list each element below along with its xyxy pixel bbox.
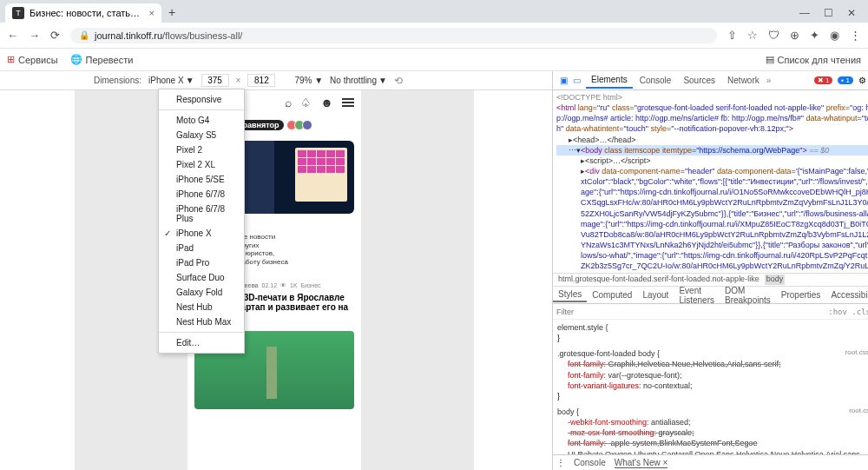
reading-list-button[interactable]: ▤ Список для чтения	[766, 54, 861, 65]
tab-styles[interactable]: Styles	[553, 288, 587, 302]
extensions-icon[interactable]: ✦	[810, 29, 819, 42]
drawer-tab-whatsnew[interactable]: What's New ×	[615, 458, 668, 468]
bookmark-icon[interactable]: ☆	[747, 29, 758, 42]
share-icon[interactable]: ⇧	[727, 29, 737, 42]
device-option[interactable]: Surface Duo	[159, 270, 244, 285]
bell-icon[interactable]: ♤	[300, 96, 312, 109]
rotate-icon[interactable]: ⟲	[394, 75, 403, 87]
device-option[interactable]: Galaxy S5	[159, 128, 244, 142]
drawer-menu-icon[interactable]: ⋮	[556, 458, 565, 467]
device-option[interactable]: Responsive	[159, 92, 244, 107]
device-option[interactable]: iPhone 6/7/8	[159, 187, 244, 202]
url-path: /flows/business-all/	[162, 30, 242, 41]
translate-bm[interactable]: 🌐 Перевести	[70, 54, 134, 65]
tab-accessibility[interactable]: Accessibility	[825, 288, 868, 301]
throttling-select[interactable]: No throttling ▼	[330, 76, 387, 85]
tab-console[interactable]: Console	[635, 73, 677, 88]
favicon: Т	[12, 7, 24, 19]
device-toolbar: Dimensions: iPhone X ▼ × 79% ▼ No thrott…	[0, 71, 552, 90]
device-toggle-icon[interactable]: ▭	[573, 76, 581, 85]
device-option[interactable]: Edit…	[159, 335, 244, 350]
minimize-icon[interactable]: —	[799, 7, 810, 19]
url-input[interactable]: 🔒 journal.tinkoff.ru/flows/business-all/	[70, 28, 717, 43]
error-count[interactable]: ✖ 1	[814, 76, 833, 84]
profile-icon[interactable]: ◉	[830, 29, 839, 42]
new-tab-button[interactable]: +	[161, 2, 182, 23]
device-option[interactable]: Nest Hub	[159, 300, 244, 314]
device-option[interactable]: iPhone X	[159, 226, 244, 241]
width-input[interactable]	[201, 74, 229, 87]
reload-button[interactable]: ⟳	[50, 29, 60, 42]
window-controls: — ☐ ✕	[792, 7, 863, 23]
maximize-icon[interactable]: ☐	[824, 7, 833, 19]
device-option[interactable]: iPad Pro	[159, 255, 244, 270]
tabs-more-icon[interactable]: »	[766, 76, 772, 85]
url-host: journal.tinkoff.ru	[95, 30, 162, 41]
dimensions-label: Dimensions:	[94, 76, 141, 85]
translate-ext-icon[interactable]: ⊕	[790, 29, 799, 42]
tab-network[interactable]: Network	[722, 73, 765, 88]
address-bar: ← → ⟳ 🔒 journal.tinkoff.ru/flows/busines…	[0, 23, 868, 49]
styles-filter-input[interactable]	[556, 308, 828, 316]
inspect-icon[interactable]: ▣	[560, 76, 568, 85]
device-option[interactable]: iPhone 5/SE	[159, 172, 244, 187]
device-option[interactable]: Nest Hub Max	[159, 314, 244, 329]
device-option[interactable]: Pixel 2 XL	[159, 157, 244, 172]
tab-title: Бизнес: новости, статьи, разбо	[30, 8, 144, 18]
menu-icon[interactable]: ⋮	[850, 29, 861, 42]
lock-icon: 🔒	[79, 30, 89, 40]
apps-button[interactable]: ⊞ Сервисы	[7, 54, 58, 65]
styles-pane[interactable]: element.style {} root.css:14 .grotesque-…	[553, 320, 868, 454]
devtools-tabs: ▣ ▭ Elements Console Sources Network » ✖…	[553, 71, 868, 90]
device-emulation-panel: Dimensions: iPhone X ▼ × 79% ▼ No thrott…	[0, 71, 552, 470]
browser-tab[interactable]: Т Бизнес: новости, статьи, разбо ×	[5, 3, 161, 23]
tab-dom-breakpoints[interactable]: DOM Breakpoints	[720, 284, 776, 307]
forward-button[interactable]: →	[29, 29, 40, 42]
window-close-icon[interactable]: ✕	[847, 7, 856, 19]
shield-icon[interactable]: 🛡	[768, 29, 779, 42]
height-input[interactable]	[247, 74, 275, 87]
device-option[interactable]: Pixel 2	[159, 142, 244, 157]
drawer-tab-console[interactable]: Console	[574, 458, 606, 467]
tab-close-icon[interactable]: ×	[149, 8, 155, 18]
tab-sources[interactable]: Sources	[678, 73, 720, 88]
elements-tree[interactable]: <!DOCTYPE html> <html lang="ru" class="g…	[553, 90, 868, 273]
tab-computed[interactable]: Computed	[587, 288, 637, 301]
device-option[interactable]: Galaxy Fold	[159, 285, 244, 300]
search-icon[interactable]: ⌕	[285, 96, 292, 109]
browser-titlebar: Т Бизнес: новости, статьи, разбо × + — ☐…	[0, 0, 868, 23]
hamburger-icon[interactable]	[342, 98, 354, 107]
back-button[interactable]: ←	[7, 29, 18, 42]
device-option[interactable]: Moto G4	[159, 113, 244, 128]
device-select[interactable]: iPhone X ▼	[148, 76, 194, 85]
tab-event-listeners[interactable]: Event Listeners	[674, 284, 720, 307]
dim-x: ×	[236, 76, 241, 85]
issue-count[interactable]: ▪ 1	[838, 76, 853, 84]
user-icon[interactable]: ☻	[320, 96, 333, 109]
device-dropdown: ResponsiveMoto G4Galaxy S5Pixel 2Pixel 2…	[158, 89, 245, 354]
devtools-panel: ▣ ▭ Elements Console Sources Network » ✖…	[552, 71, 868, 470]
device-option[interactable]: iPhone 6/7/8 Plus	[159, 202, 244, 226]
settings-icon[interactable]: ⚙	[858, 76, 866, 85]
device-option[interactable]: iPad	[159, 241, 244, 255]
hover-toggle[interactable]: :hov .cls +	[828, 308, 868, 316]
devtools-drawer: ⋮ Console What's New × ×	[553, 454, 868, 470]
bookmarks-bar: ⊞ Сервисы 🌐 Перевести ▤ Список для чтени…	[0, 49, 868, 71]
tab-layout[interactable]: Layout	[637, 288, 674, 301]
zoom-select[interactable]: 79% ▼	[294, 76, 323, 85]
tab-properties[interactable]: Properties	[776, 288, 826, 301]
tab-elements[interactable]: Elements	[586, 72, 633, 89]
styles-tabs: Styles Computed Layout Event Listeners D…	[553, 287, 868, 304]
